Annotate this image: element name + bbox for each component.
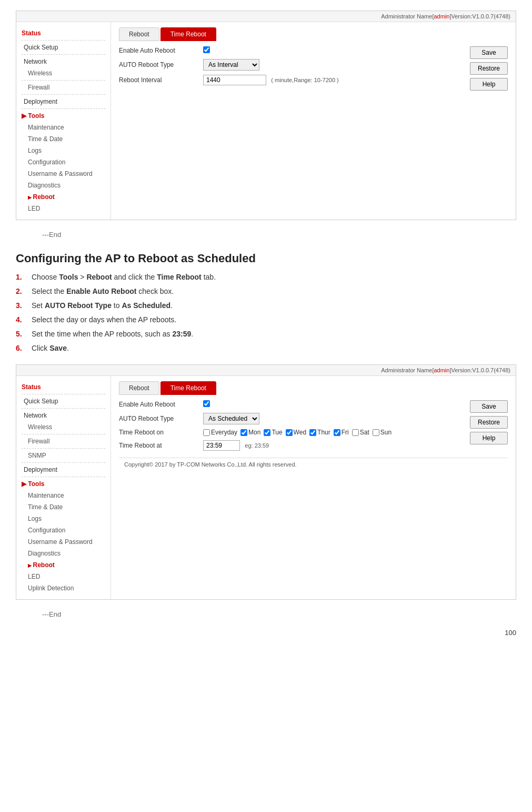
select-type-1[interactable]: As Interval As Scheduled [203,59,259,71]
sidebar-firewall-1[interactable]: Firewall [16,82,111,93]
help-button-2[interactable]: Help [470,432,508,444]
checkbox-enable-2[interactable] [203,400,210,407]
help-button-1[interactable]: Help [470,78,508,91]
value-type-2: As Interval As Scheduled [203,413,470,424]
main-content-1: Reboot Time Reboot Enable Auto Reboot AU… [111,22,516,220]
label-type-2: AUTO Reboot Type [119,415,203,422]
tab-reboot-2[interactable]: Reboot [119,381,159,395]
form-row-reboot-at: Time Reboot at eg: 23:59 [119,440,470,451]
sidebar-logs-1[interactable]: Logs [16,145,111,156]
sidebar-timedate-1[interactable]: Time & Date [16,133,111,145]
sidebar-network-2[interactable]: Network [16,410,111,421]
tab-time-reboot-2[interactable]: Time Reboot [160,381,216,395]
instruction-text-4: Select the day or days when the AP reboo… [32,314,176,325]
admin-text-1: Administrator Name[admin]Version:V1.0.0.… [381,13,510,19]
value-reboot-on: Everyday Mon Tue Wed Thur Fri Sat Sun [203,429,470,436]
hint-interval-1: ( minute,Range: 10-7200 ) [271,77,338,83]
instruction-6: 6. Click Save. [16,343,516,354]
sidebar-led-1[interactable]: LED [16,203,111,214]
label-reboot-at: Time Reboot at [119,442,203,449]
label-type-1: AUTO Reboot Type [119,61,203,68]
sidebar-status-2[interactable]: Status [16,381,111,393]
sidebar-reboot-1[interactable]: Reboot [16,191,111,203]
sidebar-username-1[interactable]: Username & Password [16,168,111,180]
panel-header-1: Administrator Name[admin]Version:V1.0.0.… [16,11,516,22]
form-area-1: Enable Auto Reboot AUTO Reboot Type As I… [119,46,470,91]
tabs-2: Reboot Time Reboot [119,381,508,395]
save-button-1[interactable]: Save [470,46,508,59]
sidebar-quicksetup-1[interactable]: Quick Setup [16,42,111,53]
sidebar-logs-2[interactable]: Logs [16,513,111,524]
list-num-3: 3. [16,300,26,311]
sidebar-configuration-2[interactable]: Configuration [16,524,111,536]
sidebar-deployment-2[interactable]: Deployment [16,464,111,476]
restore-button-1[interactable]: Restore [470,62,508,75]
sidebar-firewall-2[interactable]: Firewall [16,435,111,447]
sidebar-uplink-2[interactable]: Uplink Detection [16,582,111,594]
label-enable-2: Enable Auto Reboot [119,401,203,408]
main-with-buttons-1: Enable Auto Reboot AUTO Reboot Type As I… [119,46,508,91]
sidebar-tools-2[interactable]: ▶ Tools [16,478,111,490]
checkbox-row-days: Everyday Mon Tue Wed Thur Fri Sat Sun [203,429,470,436]
router-panel-1: Administrator Name[admin]Version:V1.0.0.… [16,11,516,220]
sidebar-tools-1[interactable]: ▶ Tools [16,110,111,122]
instruction-list: 1. Choose Tools > Reboot and click the T… [16,272,516,354]
tab-reboot-1[interactable]: Reboot [119,27,159,41]
save-button-2[interactable]: Save [470,400,508,413]
sidebar-wireless-2[interactable]: Wireless [16,421,111,433]
instruction-2: 2. Select the Enable Auto Reboot check b… [16,286,516,297]
input-reboot-at[interactable] [203,440,240,451]
label-mon: Mon [240,429,260,436]
tab-time-reboot-1[interactable]: Time Reboot [160,27,216,41]
panel-body-1: Status Quick Setup Network Wireless Fire… [16,22,516,220]
sidebar-snmp-2[interactable]: SNMP [16,450,111,461]
checkbox-sun[interactable] [373,429,379,436]
sidebar-quicksetup-2[interactable]: Quick Setup [16,395,111,407]
checkbox-sat[interactable] [352,429,359,436]
sidebar-maintenance-1[interactable]: Maintenance [16,122,111,133]
button-panel-1: Save Restore Help [470,46,508,91]
sidebar-username-2[interactable]: Username & Password [16,536,111,548]
checkbox-wed[interactable] [286,429,293,436]
restore-button-2[interactable]: Restore [470,416,508,429]
admin-text-2: Administrator Name[admin]Version:V1.0.0.… [381,367,510,373]
select-type-2[interactable]: As Interval As Scheduled [203,413,259,424]
checkbox-thur[interactable] [309,429,316,436]
instruction-text-3: Set AUTO Reboot Type to As Scheduled. [32,300,173,311]
list-num-6: 6. [16,343,26,354]
label-everyday: Everyday [203,429,237,436]
instruction-text-6: Click Save. [32,343,69,354]
value-enable-2 [203,400,470,409]
main-with-buttons-2: Enable Auto Reboot AUTO Reboot Type As I… [119,400,508,455]
form-row-interval-1: Reboot Interval ( minute,Range: 10-7200 … [119,75,470,85]
checkbox-fri[interactable] [334,429,340,436]
sidebar-2: Status Quick Setup Network Wireless Fire… [16,376,111,599]
hint-reboot-at: eg: 23:59 [245,442,269,449]
checkbox-enable-1[interactable] [203,46,210,53]
checkbox-everyday[interactable] [203,429,210,436]
instruction-text-1: Choose Tools > Reboot and click the Time… [32,272,216,283]
admin-link-2[interactable]: admin [434,367,449,373]
sidebar-configuration-1[interactable]: Configuration [16,156,111,168]
sidebar-diagnostics-2[interactable]: Diagnostics [16,548,111,559]
sidebar-network-1[interactable]: Network [16,56,111,67]
sidebar-reboot-2[interactable]: Reboot [16,559,111,571]
sidebar-deployment-1[interactable]: Deployment [16,96,111,107]
sidebar-status-1[interactable]: Status [16,27,111,39]
copyright-text: Copyright© 2017 by TP-COM Networks Co.,L… [119,458,508,471]
main-content-2: Reboot Time Reboot Enable Auto Reboot AU… [111,376,516,599]
checkbox-tue[interactable] [264,429,270,436]
sidebar-wireless-1[interactable]: Wireless [16,67,111,79]
value-enable-1 [203,46,470,55]
sidebar-maintenance-2[interactable]: Maintenance [16,490,111,501]
checkbox-mon[interactable] [240,429,247,436]
admin-link-1[interactable]: admin [434,13,449,19]
sidebar-timedate-2[interactable]: Time & Date [16,501,111,513]
label-fri: Fri [334,429,349,436]
input-interval-1[interactable] [203,75,266,85]
sidebar-led-2[interactable]: LED [16,571,111,582]
section-heading: Configuring the AP to Reboot as Schedule… [16,252,516,265]
instruction-4: 4. Select the day or days when the AP re… [16,314,516,325]
tabs-1: Reboot Time Reboot [119,27,508,41]
sidebar-diagnostics-1[interactable]: Diagnostics [16,180,111,191]
